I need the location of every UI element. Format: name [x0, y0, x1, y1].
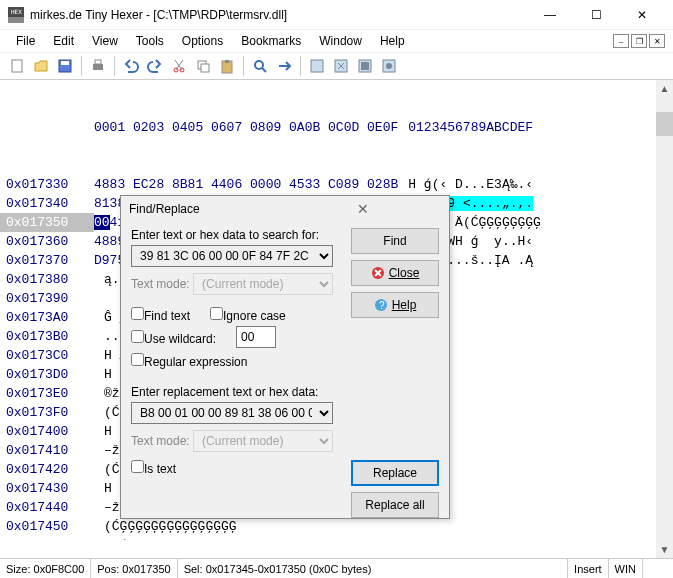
replace-all-button[interactable]: Replace all	[351, 492, 439, 518]
close-button[interactable]: ✕	[619, 0, 665, 30]
ascii-bytes[interactable]: H ǵ(‹ D...E3Ą‰.‹	[408, 175, 533, 194]
help-button[interactable]: ?Help	[351, 292, 439, 318]
find-text-checkbox[interactable]	[131, 307, 144, 320]
menu-view[interactable]: View	[84, 32, 126, 50]
svg-rect-13	[225, 60, 229, 63]
offset: 0x017380	[0, 270, 94, 289]
menubar: File Edit View Tools Options Bookmarks W…	[0, 30, 673, 52]
offset: 0x017370	[0, 251, 94, 270]
save-icon[interactable]	[54, 55, 76, 77]
toolbar	[0, 52, 673, 80]
offset: 0x017390	[0, 289, 94, 308]
svg-point-14	[255, 61, 263, 69]
ascii-header: 0123456789ABCDEF	[408, 118, 533, 137]
tool1-icon[interactable]	[306, 55, 328, 77]
is-text-checkbox[interactable]	[131, 460, 144, 473]
help-icon: ?	[374, 298, 388, 312]
offset: 0x017440	[0, 498, 94, 517]
svg-rect-2	[8, 17, 24, 23]
tool2-icon[interactable]	[330, 55, 352, 77]
redo-icon[interactable]	[144, 55, 166, 77]
svg-rect-15	[311, 60, 323, 72]
statusbar: Size: 0x0F8C00 Pos: 0x017350 Sel: 0x0173…	[0, 558, 673, 578]
close-icon	[371, 266, 385, 280]
status-sel: Sel: 0x017345-0x017350 (0x0C bytes)	[178, 559, 568, 578]
menu-window[interactable]: Window	[311, 32, 370, 50]
offset: 0x0173B0	[0, 327, 94, 346]
tool4-icon[interactable]	[378, 55, 400, 77]
textmode-select: (Current mode)	[193, 273, 333, 295]
scroll-up-icon[interactable]: ▲	[656, 80, 673, 97]
undo-icon[interactable]	[120, 55, 142, 77]
svg-rect-5	[61, 61, 69, 65]
dialog-title: Find/Replace	[129, 202, 285, 216]
vertical-scrollbar[interactable]: ▲ ▼	[656, 80, 673, 558]
find-button[interactable]: Find	[351, 228, 439, 254]
offset: 0x0173E0	[0, 384, 94, 403]
textmode-label: Text mode:	[131, 277, 190, 291]
menu-edit[interactable]: Edit	[45, 32, 82, 50]
replace-button[interactable]: Replace	[351, 460, 439, 486]
scroll-down-icon[interactable]: ▼	[656, 541, 673, 558]
svg-point-20	[386, 63, 392, 69]
ignore-case-checkbox[interactable]	[210, 307, 223, 320]
search-input[interactable]: 39 81 3C 06 00 00 0F 84 7F 2C 01 00	[131, 245, 333, 267]
new-icon[interactable]	[6, 55, 28, 77]
minimize-button[interactable]: —	[527, 0, 573, 30]
offset: 0x017420	[0, 460, 94, 479]
open-icon[interactable]	[30, 55, 52, 77]
goto-icon[interactable]	[273, 55, 295, 77]
dialog-close-icon[interactable]: ✕	[285, 201, 441, 217]
wildcard-checkbox[interactable]	[131, 330, 144, 343]
mdi-minimize-button[interactable]: –	[613, 34, 629, 48]
cut-icon[interactable]	[168, 55, 190, 77]
status-win: WIN	[609, 559, 643, 578]
offset: 0x0173D0	[0, 365, 94, 384]
app-icon: HEX	[8, 7, 24, 23]
print-icon[interactable]	[87, 55, 109, 77]
offset: 0x0173C0	[0, 346, 94, 365]
menu-file[interactable]: File	[8, 32, 43, 50]
mdi-close-button[interactable]: ✕	[649, 34, 665, 48]
mdi-restore-button[interactable]: ❐	[631, 34, 647, 48]
svg-rect-6	[93, 64, 103, 70]
menu-options[interactable]: Options	[174, 32, 231, 50]
ascii-bytes[interactable]: H ǵ(D‹B.A¹....čĄ	[104, 536, 229, 540]
svg-rect-18	[361, 62, 369, 70]
paste-icon[interactable]	[216, 55, 238, 77]
offset: 0x017430	[0, 479, 94, 498]
replace-input[interactable]: B8 00 01 00 00 89 81 38 06 00 00 90	[131, 402, 333, 424]
close-button-dialog[interactable]: Close	[351, 260, 439, 286]
menu-bookmarks[interactable]: Bookmarks	[233, 32, 309, 50]
hex-row[interactable]: 0x0173304883 EC28 8B81 4406 0000 4533 C0…	[0, 175, 673, 194]
replace-textmode-select: (Current mode)	[193, 430, 333, 452]
offset: 0x0173F0	[0, 403, 94, 422]
offset: 0x017340	[0, 194, 94, 213]
offset: 0x017460	[0, 536, 94, 540]
scroll-thumb[interactable]	[656, 112, 673, 136]
menu-tools[interactable]: Tools	[128, 32, 172, 50]
find-replace-dialog: Find/Replace ✕ Enter text or hex data to…	[120, 195, 450, 519]
svg-text:?: ?	[379, 300, 385, 311]
menu-help[interactable]: Help	[372, 32, 413, 50]
svg-rect-11	[201, 64, 209, 72]
status-insert: Insert	[568, 559, 609, 578]
offset: 0x017330	[0, 175, 94, 194]
copy-icon[interactable]	[192, 55, 214, 77]
offset: 0x017410	[0, 441, 94, 460]
find-icon[interactable]	[249, 55, 271, 77]
regex-checkbox[interactable]	[131, 353, 144, 366]
wildcard-input[interactable]	[236, 326, 276, 348]
svg-rect-3	[12, 60, 22, 72]
hex-row[interactable]: 0x017460H ǵ(D‹B.A¹....čĄ	[0, 536, 673, 540]
window-title: mirkes.de Tiny Hexer - [C:\TMP\RDP\terms…	[30, 8, 527, 22]
offset: 0x017350	[0, 213, 94, 232]
status-size: Size: 0x0F8C00	[0, 559, 91, 578]
offset: 0x0173A0	[0, 308, 94, 327]
status-pos: Pos: 0x017350	[91, 559, 177, 578]
tool3-icon[interactable]	[354, 55, 376, 77]
svg-rect-7	[95, 60, 101, 64]
maximize-button[interactable]: ☐	[573, 0, 619, 30]
offset: 0x017450	[0, 517, 94, 536]
hex-bytes[interactable]: 4883 EC28 8B81 4406 0000 4533 C089 028B	[94, 175, 398, 194]
